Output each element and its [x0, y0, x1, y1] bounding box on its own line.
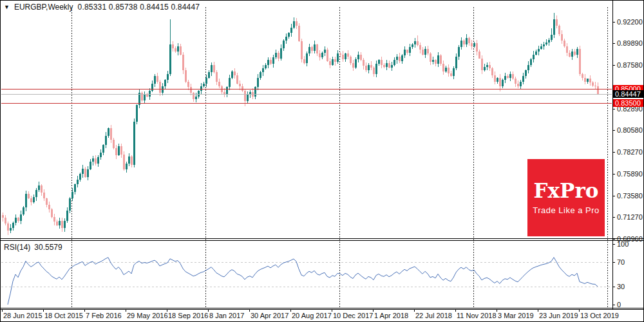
rsi-current-value: 30.5579 [34, 243, 62, 252]
price-level-badge: 0.83500 [613, 99, 644, 107]
chart-window: ▼ EURGBP,Weekly 0.85331 0.85738 0.84415 … [0, 0, 644, 322]
current-price-badge: 0.84447 [613, 90, 644, 98]
time-axis-label: 18 Sep 2016 [168, 312, 208, 319]
time-axis-label: 1 Apr 2018 [374, 312, 408, 319]
time-axis-label: 23 Jun 2019 [539, 312, 578, 319]
fxpro-logo-tagline: Trade Like a Pro [533, 205, 600, 215]
price-axis-label: 0.75890 [617, 170, 643, 178]
price-axis-label: 0.80580 [617, 126, 643, 134]
price-axis-label: 0.73580 [617, 192, 643, 200]
time-axis-label: 30 Apr 2017 [251, 312, 289, 319]
price-axis-label: 0.78270 [617, 148, 643, 156]
time-axis-label: 3 Mar 2019 [498, 312, 534, 319]
time-axis-label: 10 Dec 2017 [333, 312, 373, 319]
price-axis-label: 0.89890 [617, 39, 643, 47]
rsi-axis-label: 30 [617, 283, 625, 290]
chart-title-bar: ▼ EURGBP,Weekly 0.85331 0.85738 0.84415 … [4, 3, 200, 12]
time-axis-label: 13 Oct 2019 [580, 312, 619, 319]
rsi-name: RSI(14) [4, 243, 30, 252]
symbol-dropdown-icon[interactable]: ▼ [4, 3, 10, 11]
time-axis-label: 11 Nov 2018 [457, 312, 497, 319]
symbol-timeframe-label: EURGBP,Weekly [14, 3, 73, 12]
ohlc-values: 0.85331 0.85738 0.84415 0.84447 [78, 3, 200, 12]
time-axis-label: 29 May 2016 [127, 312, 168, 319]
time-axis-label: 7 Feb 2016 [86, 312, 122, 319]
price-axis-label: 0.92200 [617, 18, 643, 26]
time-axis-label: 8 Jan 2017 [209, 312, 244, 319]
time-axis-label: 28 Jun 2015 [3, 312, 43, 319]
time-axis-label: 20 Aug 2017 [292, 312, 332, 319]
rsi-axis-label: 0 [617, 301, 621, 308]
time-axis-label: 18 Oct 2015 [44, 312, 83, 319]
rsi-axis-label: 70 [617, 258, 625, 266]
fxpro-logo-title: FxPro [534, 180, 599, 201]
price-axis-label: 0.71270 [617, 213, 643, 221]
fxpro-logo: FxPro Trade Like a Pro [527, 159, 605, 236]
time-axis-label: 22 Jul 2018 [415, 312, 452, 319]
rsi-axis-label: 100 [617, 240, 629, 248]
price-axis-label: 0.87580 [617, 61, 643, 69]
rsi-indicator-label: RSI(14) 30.5579 [4, 243, 62, 252]
